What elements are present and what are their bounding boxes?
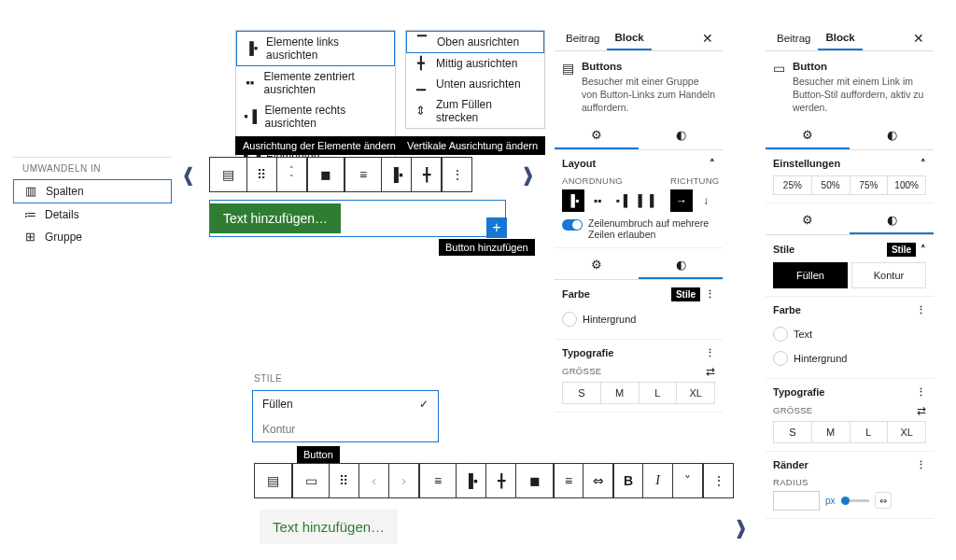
align-right[interactable]: ▪▐ Elemente rechts ausrichten [236,100,395,133]
more-icon[interactable]: ⋮ [705,347,715,359]
tab-block[interactable]: Block [818,26,862,50]
add-button[interactable]: + [486,217,507,238]
button-preview[interactable]: Text hinzufügen… [210,203,341,233]
direction-row: → ↓ [670,189,720,212]
more-format[interactable]: ˅ [673,464,703,497]
size-l[interactable]: L [851,422,889,442]
text-color[interactable]: Text [773,322,926,346]
button-text-input[interactable]: Text hinzufügen… [260,510,398,544]
radius-input[interactable] [773,491,820,511]
size-l[interactable]: L [640,383,678,403]
justify-center-icon[interactable]: ▪▪ [586,189,609,212]
direction-row-icon[interactable]: → [670,189,693,212]
move-next[interactable]: › [389,464,419,497]
styles-tab-icon[interactable]: ◐ [850,122,934,149]
more-icon[interactable]: ⋮ [916,459,926,471]
align-label: Elemente rechts ausrichten [264,104,387,130]
size-m[interactable]: M [601,383,640,403]
close-icon[interactable]: ✕ [907,27,930,49]
custom-size-icon[interactable]: ⇄ [706,365,715,378]
drag-handle[interactable]: ⠿ [247,158,277,191]
style-opt-outline[interactable]: Kontur [253,417,438,441]
transform-item-details[interactable]: ≔ Details [13,203,172,226]
settings-tab-icon[interactable]: ⚙ [555,252,639,279]
align-bottom[interactable]: ▁ Unten ausrichten [406,74,544,94]
tab-post[interactable]: Beitrag [558,27,607,49]
preset-75[interactable]: 75% [851,176,889,194]
align-top[interactable]: ▔ Oben ausrichten [406,31,544,53]
style-outline[interactable]: Kontur [851,262,926,288]
stile-badge: Stile [671,287,700,301]
more-button[interactable]: ⋮ [442,158,471,191]
close-icon[interactable]: ✕ [696,27,719,49]
align-stretch[interactable]: ⇕ Zum Füllen strecken [406,94,544,128]
custom-size-icon[interactable]: ⇄ [917,404,926,417]
align-center[interactable]: ▪▪ Elemente zentriert ausrichten [236,66,395,100]
parent-block[interactable]: ▤ [255,464,292,497]
link-sides-icon[interactable]: ⇔ [875,492,892,509]
styles-tab-icon[interactable]: ◐ [850,207,934,234]
move-updown[interactable]: ˄˅ [277,158,307,191]
size-m[interactable]: M [812,422,851,442]
collapse-icon[interactable]: ˄ [921,158,926,170]
more-icon[interactable]: ⋮ [705,288,715,301]
justify-left-icon[interactable]: ▐▪ [562,189,584,212]
drag-handle[interactable]: ⠿ [330,464,359,497]
tab-block[interactable]: Block [607,26,651,50]
size-xl[interactable]: XL [888,422,925,442]
styles-tab-icon[interactable]: ◐ [639,252,723,279]
preset-100[interactable]: 100% [888,176,925,194]
size-s[interactable]: S [774,422,812,442]
block-type-button[interactable]: ▤ [210,158,247,191]
style-fill[interactable]: Füllen [773,262,848,288]
tab-post[interactable]: Beitrag [769,27,818,49]
radius-slider[interactable] [841,499,869,502]
direction-col-icon[interactable]: ↓ [695,189,717,212]
justify-left[interactable]: ▐▪ [457,464,486,497]
transform-item-group[interactable]: ⊞ Gruppe [13,226,172,248]
more-icon[interactable]: ⋮ [916,386,926,399]
more-icon[interactable]: ⋮ [916,304,926,316]
align-button[interactable]: ≡ [419,464,457,497]
v-align-button[interactable]: ╋ [412,158,442,191]
text-align[interactable]: ≡ [554,464,583,497]
settings-tab-icon[interactable]: ⚙ [766,207,850,234]
link-button[interactable]: ⇔ [583,464,613,497]
size-s[interactable]: S [563,383,601,403]
transform-item-columns[interactable]: ▥ Spalten [13,179,172,203]
settings-tab-icon[interactable]: ⚙ [555,122,639,149]
style-select[interactable]: Füllen ✓ Kontur [252,390,439,442]
style-opt-fill[interactable]: Füllen ✓ [253,391,438,417]
italic-button[interactable]: I [643,464,673,497]
preset-50[interactable]: 50% [812,176,851,194]
justify-between-icon[interactable]: ▌▐ [635,189,657,212]
direction-label: RICHTUNG [670,175,720,186]
move-prev[interactable]: ‹ [359,464,389,497]
h-align-button[interactable]: ≡ [344,158,382,191]
align-left[interactable]: ▐▪ Elemente links ausrichten [236,31,395,66]
v-align[interactable]: ╋ [486,464,516,497]
align-middle[interactable]: ╋ Mittig ausrichten [406,53,544,74]
styles-tab-icon[interactable]: ◐ [639,122,723,149]
align-center-icon: ▪▪ [244,77,257,90]
buttons-editor[interactable]: Text hinzufügen… + [209,200,506,237]
collapse-icon[interactable]: ˄ [710,158,715,170]
bg-color[interactable]: Hintergrund [773,346,926,371]
preset-25[interactable]: 25% [774,176,812,194]
align-label: Elemente links ausrichten [266,35,387,62]
settings-tab-icon[interactable]: ⚙ [766,122,850,149]
justify-button[interactable]: ▐▪ [382,158,412,191]
size-xl[interactable]: XL [677,383,714,403]
more-button[interactable]: ⋮ [703,464,733,497]
bg-color[interactable]: Hintergrund [562,307,715,331]
bold-button[interactable]: B [613,464,643,497]
block-type[interactable]: ▭ [292,464,330,497]
width[interactable]: ◼ [516,464,554,497]
typo-heading: Typografie [773,386,824,398]
collapse-icon[interactable]: ˄ [921,244,926,256]
wrap-toggle[interactable]: Zeilenumbruch auf mehrere Zeilen erlaube… [562,217,715,240]
justify-right-icon[interactable]: ▪▐ [611,189,633,212]
columns-icon: ▥ [23,185,38,198]
select-parent[interactable]: ◼ [307,158,344,191]
settings-heading: Einstellungen [773,158,840,169]
